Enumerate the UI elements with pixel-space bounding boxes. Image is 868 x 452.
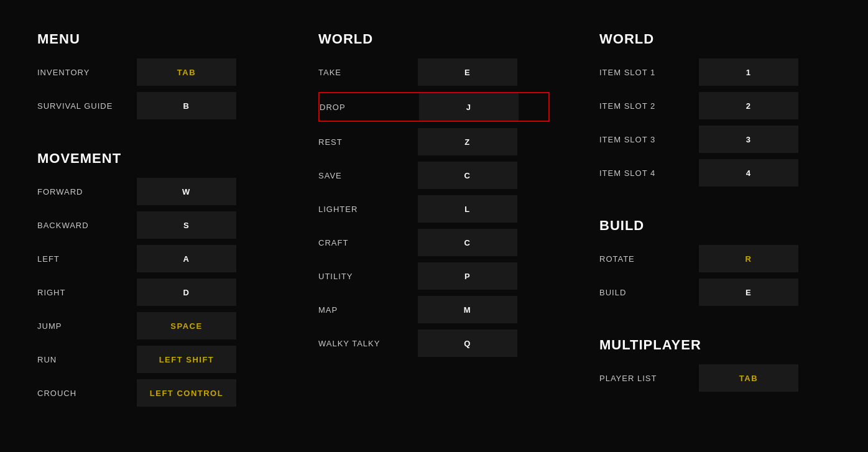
- section-title-1-0: WORLD: [318, 31, 550, 47]
- keybind-label-0-1-5: RUN: [37, 355, 137, 364]
- key-box-0-0-1[interactable]: B: [137, 92, 236, 119]
- keybind-row-2-0-2: ITEM SLOT 33: [599, 126, 831, 153]
- keybind-label-2-1-1: BUILD: [599, 288, 699, 297]
- section-title-2-0: WORLD: [599, 31, 831, 47]
- keybind-label-0-1-4: JUMP: [37, 321, 137, 331]
- keybind-label-1-0-6: UTILITY: [318, 272, 418, 281]
- key-box-2-1-1[interactable]: E: [699, 279, 798, 306]
- keybind-row-1-0-8: WALKY TALKYQ: [318, 330, 550, 357]
- keybind-row-0-1-4: JUMPSPACE: [37, 312, 269, 339]
- keybind-row-2-0-0: ITEM SLOT 11: [599, 58, 831, 86]
- keybind-row-0-1-3: RIGHTD: [37, 279, 269, 306]
- key-box-0-1-4[interactable]: SPACE: [137, 312, 236, 339]
- keybind-row-highlighted-1-0-1[interactable]: DROPJ: [318, 92, 550, 122]
- keybind-row-0-0-1: SURVIVAL GUIDEB: [37, 92, 269, 119]
- key-box-1-0-5[interactable]: C: [418, 229, 517, 256]
- section-title-0-0: MENU: [37, 31, 269, 47]
- keybind-row-0-1-1: BACKWARDS: [37, 211, 269, 239]
- keybind-label-1-0-7: MAP: [318, 305, 418, 315]
- key-box-1-0-2[interactable]: Z: [418, 128, 517, 155]
- keybind-row-1-0-7: MAPM: [318, 296, 550, 323]
- keybind-label-1-0-1: DROP: [320, 103, 419, 112]
- keybind-row-0-1-0: FORWARDW: [37, 178, 269, 205]
- keybind-row-0-0-0: INVENTORYTAB: [37, 58, 269, 86]
- keybind-row-2-1-0: ROTATER: [599, 245, 831, 272]
- keybind-label-1-0-0: TAKE: [318, 68, 418, 77]
- key-box-0-1-5[interactable]: LEFT SHIFT: [137, 346, 236, 373]
- key-box-1-0-7[interactable]: M: [418, 296, 517, 323]
- section-title-0-1: MOVEMENT: [37, 150, 269, 167]
- keybind-label-0-1-2: LEFT: [37, 254, 137, 264]
- key-box-0-1-2[interactable]: A: [137, 245, 236, 272]
- key-box-0-1-6[interactable]: LEFT CONTROL: [137, 379, 236, 407]
- keybind-row-1-0-5: CRAFTC: [318, 229, 550, 256]
- key-box-2-0-2[interactable]: 3: [699, 126, 798, 153]
- keybind-label-1-0-2: REST: [318, 137, 418, 147]
- key-box-0-1-0[interactable]: W: [137, 178, 236, 205]
- keybind-row-2-0-3: ITEM SLOT 44: [599, 159, 831, 187]
- key-box-2-1-0[interactable]: R: [699, 245, 798, 272]
- keybind-row-1-0-2: RESTZ: [318, 128, 550, 155]
- keybind-row-0-1-5: RUNLEFT SHIFT: [37, 346, 269, 373]
- keybind-label-1-0-4: LIGHTER: [318, 205, 418, 214]
- keybind-label-0-0-0: INVENTORY: [37, 68, 137, 77]
- keybind-row-1-0-0: TAKEE: [318, 58, 550, 86]
- column-1: WORLDTAKEEDROPJRESTZSAVECLIGHTERLCRAFTCU…: [318, 31, 550, 413]
- key-box-1-0-0[interactable]: E: [418, 58, 517, 86]
- keybind-label-0-0-1: SURVIVAL GUIDE: [37, 101, 137, 111]
- keybind-label-0-1-0: FORWARD: [37, 187, 137, 196]
- keybind-label-0-1-3: RIGHT: [37, 288, 137, 297]
- keybind-label-2-0-0: ITEM SLOT 1: [599, 68, 699, 77]
- keybind-row-1-0-3: SAVEC: [318, 162, 550, 189]
- key-box-1-0-1[interactable]: J: [419, 93, 519, 121]
- column-2: WORLDITEM SLOT 11ITEM SLOT 22ITEM SLOT 3…: [599, 31, 831, 413]
- section-title-2-1: BUILD: [599, 218, 831, 234]
- key-box-2-0-3[interactable]: 4: [699, 159, 798, 187]
- keybind-row-0-1-2: LEFTA: [37, 245, 269, 272]
- key-box-2-0-1[interactable]: 2: [699, 92, 798, 119]
- keybind-label-2-0-1: ITEM SLOT 2: [599, 101, 699, 111]
- keybind-label-1-0-3: SAVE: [318, 171, 418, 180]
- keybind-label-2-0-3: ITEM SLOT 4: [599, 168, 699, 178]
- keybind-row-1-0-4: LIGHTERL: [318, 195, 550, 223]
- keybindings-layout: MENUINVENTORYTABSURVIVAL GUIDEBMOVEMENTF…: [37, 31, 831, 413]
- key-box-1-0-4[interactable]: L: [418, 195, 517, 223]
- key-box-1-0-8[interactable]: Q: [418, 330, 517, 357]
- keybind-label-2-0-2: ITEM SLOT 3: [599, 135, 699, 144]
- keybind-row-2-0-1: ITEM SLOT 22: [599, 92, 831, 119]
- keybind-row-2-1-1: BUILDE: [599, 279, 831, 306]
- column-0: MENUINVENTORYTABSURVIVAL GUIDEBMOVEMENTF…: [37, 31, 269, 413]
- keybind-label-2-1-0: ROTATE: [599, 254, 699, 264]
- key-box-2-2-0[interactable]: TAB: [699, 364, 798, 392]
- keybind-label-0-1-6: CROUCH: [37, 389, 137, 398]
- keybind-label-1-0-5: CRAFT: [318, 238, 418, 247]
- section-title-2-2: MULTIPLAYER: [599, 337, 831, 353]
- key-box-2-0-0[interactable]: 1: [699, 58, 798, 86]
- keybind-row-2-2-0: PLAYER LISTTAB: [599, 364, 831, 392]
- key-box-1-0-6[interactable]: P: [418, 262, 517, 290]
- keybind-row-0-1-6: CROUCHLEFT CONTROL: [37, 379, 269, 407]
- key-box-0-1-1[interactable]: S: [137, 211, 236, 239]
- key-box-0-1-3[interactable]: D: [137, 279, 236, 306]
- keybind-row-1-0-6: UTILITYP: [318, 262, 550, 290]
- key-box-0-0-0[interactable]: TAB: [137, 58, 236, 86]
- key-box-1-0-3[interactable]: C: [418, 162, 517, 189]
- keybind-label-0-1-1: BACKWARD: [37, 221, 137, 230]
- keybind-label-1-0-8: WALKY TALKY: [318, 339, 418, 348]
- keybind-label-2-2-0: PLAYER LIST: [599, 374, 699, 383]
